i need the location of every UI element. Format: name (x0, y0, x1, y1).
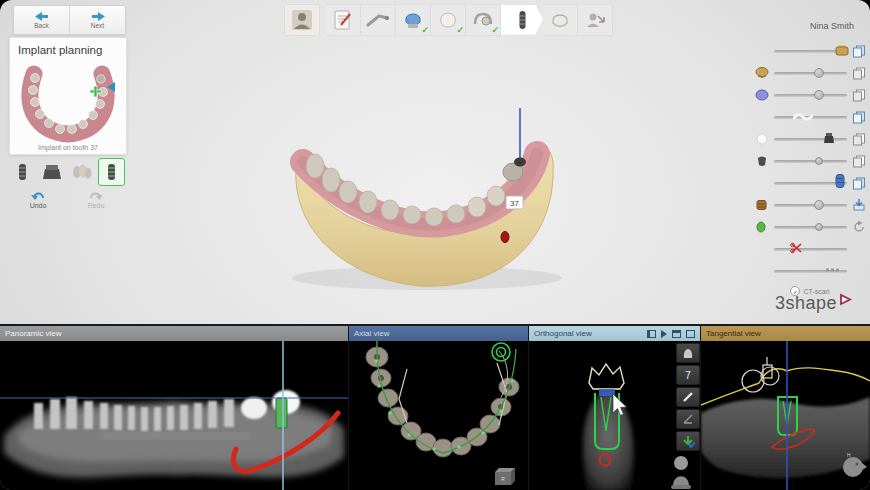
spacer (754, 242, 770, 256)
workflow-step-surface-scan[interactable]: ✓ (396, 4, 431, 36)
orthogonal-slice[interactable] (529, 341, 700, 490)
tooth-number-button[interactable]: 7 (676, 365, 700, 385)
svg-text:37: 37 (510, 199, 519, 208)
workflow-step-implant-planning[interactable] (501, 5, 543, 35)
redo-icon (88, 190, 104, 201)
export-blue-icon[interactable] (851, 198, 866, 213)
crown-visibility-button[interactable] (676, 343, 700, 363)
workflow-step-cbct-scan[interactable]: ✓ (466, 4, 501, 36)
teeth-set-icon (72, 164, 92, 180)
apply-button[interactable] (676, 431, 700, 451)
copy-blue-icon[interactable] (851, 176, 866, 191)
redo-button[interactable]: Redo (88, 190, 105, 209)
wave-icon[interactable] (793, 108, 813, 126)
orientation-cube[interactable]: R (495, 468, 515, 485)
copy-blue-icon[interactable] (851, 110, 866, 125)
axial-slice[interactable]: R (349, 341, 528, 490)
axial-view-label: Axial view (354, 326, 523, 341)
visibility-panel: ✓ CT-scan (754, 40, 866, 296)
opacity-slider[interactable] (774, 226, 847, 229)
opacity-slider[interactable] (774, 50, 847, 53)
implant-outline (276, 398, 287, 428)
implant-cross-section (492, 343, 510, 361)
axial-view-header[interactable]: Axial view (349, 326, 528, 341)
refresh-icon[interactable] (851, 220, 866, 235)
white-circle-icon (754, 132, 770, 146)
opacity-slider[interactable] (774, 182, 847, 185)
copy-blue-icon[interactable] (851, 44, 866, 59)
workflow-step-patient[interactable] (284, 4, 320, 36)
implant-caption: Implant on tooth 37 (10, 144, 126, 151)
visibility-row-antagonist (754, 84, 866, 106)
3d-jaw-viewport[interactable]: 37 (285, 100, 575, 298)
measure-distance-button[interactable] (676, 387, 700, 407)
workflow-step-drill[interactable] (361, 4, 396, 36)
copy-icon[interactable] (851, 88, 866, 103)
orientation-pawn[interactable] (671, 456, 691, 489)
layout-icon[interactable] (672, 330, 681, 338)
copy-icon[interactable] (851, 154, 866, 169)
next-button[interactable]: Next (69, 6, 125, 34)
cross-section-views: Panoramic view (0, 324, 870, 490)
axial-view[interactable]: Axial view (349, 326, 528, 490)
gold-cap-icon[interactable] (835, 42, 849, 60)
panoramic-view[interactable]: Panoramic view (0, 326, 348, 490)
panel-title: Implant planning (10, 38, 126, 56)
gingiva-curve (701, 368, 870, 405)
copy-icon[interactable] (851, 66, 866, 81)
checkmark-icon: ✓ (491, 25, 499, 35)
opacity-slider[interactable] (774, 204, 847, 207)
crown-outline (589, 364, 624, 389)
workflow-toolbar: ✓✓✓ (284, 4, 613, 35)
opacity-slider[interactable] (774, 116, 847, 119)
spacer (754, 176, 770, 190)
slider-handle[interactable] (815, 157, 823, 165)
copy-icon[interactable] (851, 132, 866, 147)
slider-handle[interactable] (815, 223, 823, 231)
maximize-icon[interactable] (686, 330, 695, 338)
next-arrow-icon (91, 12, 105, 21)
tangential-view[interactable]: Tangential view (701, 326, 870, 490)
undo-redo-row: Undo Redo (9, 190, 125, 209)
opacity-slider[interactable] (774, 248, 847, 251)
blue-implant-icon[interactable] (835, 174, 845, 193)
slider-handle[interactable] (814, 200, 824, 210)
visibility-row-upper-scan (754, 40, 866, 62)
dark-abutment-icon[interactable] (822, 130, 836, 148)
opacity-slider[interactable] (774, 138, 847, 141)
tangential-view-header[interactable]: Tangential view (701, 326, 870, 341)
dashed-tip-icon[interactable] (824, 262, 840, 280)
visibility-row-sleeve (754, 194, 866, 216)
panoramic-xray[interactable] (0, 341, 348, 490)
implant-tool-button[interactable] (9, 158, 36, 186)
visibility-row-neighbor-teeth (754, 150, 866, 172)
gold-tooth-icon (754, 66, 770, 80)
tangential-slice[interactable]: H (701, 341, 870, 490)
play-icon[interactable] (661, 330, 667, 338)
opacity-slider[interactable] (774, 72, 847, 75)
back-button[interactable]: Back (14, 6, 69, 34)
red-scissors-icon[interactable] (789, 240, 803, 258)
undo-button[interactable]: Undo (30, 190, 47, 209)
workflow-step-crown-design[interactable]: ✓ (431, 4, 466, 36)
panoramic-view-header[interactable]: Panoramic view (0, 326, 348, 341)
slider-handle[interactable] (814, 90, 824, 100)
svg-text:H: H (847, 452, 851, 458)
opacity-slider[interactable] (774, 270, 847, 273)
workflow-step-guide-design[interactable] (543, 4, 578, 36)
workflow-step-order-form[interactable] (326, 4, 361, 36)
teeth-set-tool-button[interactable] (68, 158, 95, 186)
orthogonal-view-header[interactable]: Orthogonal view (529, 326, 700, 341)
abutment-tool-button[interactable] (39, 158, 66, 186)
slider-handle[interactable] (814, 68, 824, 78)
measure-angle-button[interactable] (676, 409, 700, 429)
orthogonal-view[interactable]: Orthogonal view (529, 326, 700, 490)
workflow-step-export-case[interactable] (578, 4, 613, 36)
implant-selected-tool-button[interactable] (98, 158, 125, 186)
mental-foramen-marker (501, 232, 509, 243)
dental-arch-thumbnail[interactable] (18, 64, 118, 144)
snapshot-icon[interactable] (647, 330, 656, 338)
tooth-number-label: 37 (506, 196, 523, 209)
opacity-slider[interactable] (774, 160, 847, 163)
opacity-slider[interactable] (774, 94, 847, 97)
